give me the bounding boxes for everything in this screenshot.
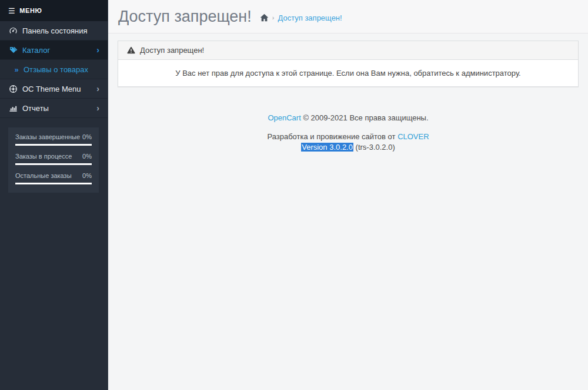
page-title: Доступ запрещен! bbox=[118, 8, 252, 26]
tags-icon bbox=[9, 46, 18, 55]
main-content: Доступ запрещен! › Доступ запрещен! bbox=[108, 0, 588, 390]
warning-triangle-icon bbox=[127, 46, 135, 54]
panel-heading-text: Доступ запрещен! bbox=[140, 46, 204, 55]
clover-link[interactable]: CLOVER bbox=[397, 132, 429, 141]
page-header: Доступ запрещен! › Доступ запрещен! bbox=[108, 0, 588, 33]
progress-bar bbox=[15, 183, 92, 184]
breadcrumb-separator: › bbox=[272, 14, 275, 21]
stat-orders-completed: Заказы завершенные 0% bbox=[15, 133, 92, 146]
opencart-link[interactable]: OpenCart bbox=[268, 113, 300, 122]
version-highlighted-text: Version 3.0.2.0 bbox=[301, 143, 353, 152]
chevron-right-icon: › bbox=[96, 46, 99, 54]
stat-value: 0% bbox=[82, 153, 92, 160]
panel-body: У Вас нет прав для доступа к этой страни… bbox=[118, 60, 578, 86]
sidebar-item-product-reviews[interactable]: » Отзывы о товарах bbox=[0, 60, 108, 79]
sidebar-item-label: OC Theme Menu bbox=[22, 85, 96, 93]
sidebar-item-label: Панель состояния bbox=[22, 26, 99, 35]
panel-heading: Доступ запрещен! bbox=[118, 41, 578, 60]
chevron-right-icon: › bbox=[96, 104, 99, 112]
credit-text: Разработка и провижение сайтов от bbox=[267, 132, 395, 141]
access-denied-message: У Вас нет прав для доступа к этой страни… bbox=[175, 69, 520, 78]
access-denied-panel: Доступ запрещен! У Вас нет прав для дост… bbox=[118, 41, 579, 87]
menu-header-label: МЕНЮ bbox=[19, 7, 42, 14]
copyright-text: © 2009-2021 Все права защищены. bbox=[303, 113, 428, 122]
breadcrumb-link-access-denied[interactable]: Доступ запрещен! bbox=[278, 14, 342, 22]
credit-line: Разработка и провижение сайтов от CLOVER bbox=[118, 132, 579, 141]
footer: OpenCart © 2009-2021 Все права защищены.… bbox=[118, 113, 579, 152]
sidebar-item-catalog[interactable]: Каталог › bbox=[0, 41, 108, 60]
menu-toggle[interactable]: ☰ МЕНЮ bbox=[0, 0, 108, 21]
sidebar-item-label: Каталог bbox=[22, 46, 96, 55]
app-window: ☰ МЕНЮ Панель состояния bbox=[0, 0, 588, 390]
sidebar-item-dashboard[interactable]: Панель состояния bbox=[0, 21, 108, 41]
sidebar-item-reports[interactable]: Отчеты › bbox=[0, 99, 108, 118]
chevron-right-icon: › bbox=[96, 85, 99, 93]
sidebar-nav: Панель состояния Каталог › » Отзывы о то… bbox=[0, 21, 108, 118]
double-angle-right-icon: » bbox=[13, 65, 20, 74]
content-area: Доступ запрещен! У Вас нет прав для дост… bbox=[108, 33, 588, 152]
copyright-line: OpenCart © 2009-2021 Все права защищены. bbox=[118, 113, 579, 122]
sidebar-item-oc-theme-menu[interactable]: OC Theme Menu › bbox=[0, 79, 108, 99]
dashboard-icon bbox=[9, 26, 18, 35]
order-stats-panel: Заказы завершенные 0% Заказы в процессе … bbox=[8, 127, 99, 193]
stat-label: Заказы в процессе bbox=[15, 153, 72, 160]
stat-orders-processing: Заказы в процессе 0% bbox=[15, 153, 92, 165]
sidebar-item-label: Отчеты bbox=[22, 104, 96, 113]
progress-bar bbox=[15, 163, 92, 165]
sidebar: ☰ МЕНЮ Панель состояния bbox=[0, 0, 108, 390]
hamburger-icon: ☰ bbox=[8, 7, 15, 15]
stat-value: 0% bbox=[82, 133, 92, 140]
home-icon[interactable] bbox=[260, 14, 269, 22]
progress-bar bbox=[15, 144, 92, 146]
stat-label: Остальные заказы bbox=[15, 172, 72, 179]
theme-circle-icon bbox=[9, 85, 18, 93]
bar-chart-icon bbox=[9, 104, 18, 113]
stat-value: 0% bbox=[82, 172, 92, 179]
stat-orders-other: Остальные заказы 0% bbox=[15, 172, 92, 184]
sidebar-item-label: Отзывы о товарах bbox=[24, 65, 99, 74]
breadcrumb: › Доступ запрещен! bbox=[260, 14, 342, 22]
version-line: Version 3.0.2.0 (trs-3.0.2.0) bbox=[118, 143, 579, 152]
version-suffix: (trs-3.0.2.0) bbox=[356, 143, 395, 152]
stat-label: Заказы завершенные bbox=[15, 133, 80, 140]
